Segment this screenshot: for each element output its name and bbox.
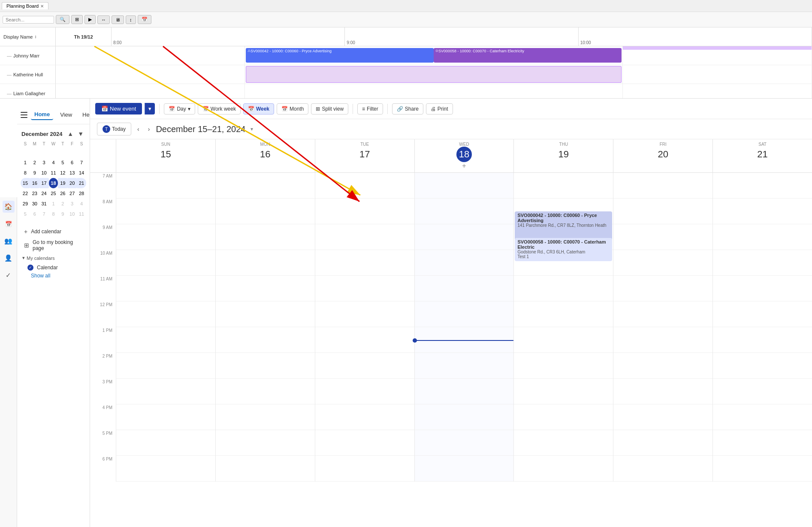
- hour-cell[interactable]: [216, 404, 315, 430]
- today-button[interactable]: T Today: [97, 123, 131, 136]
- hour-cell[interactable]: [216, 173, 315, 199]
- hour-cell[interactable]: [713, 173, 812, 199]
- hour-cell[interactable]: [415, 404, 514, 430]
- mini-cal-day[interactable]: 17: [39, 178, 49, 188]
- mini-cal-day[interactable]: 9: [30, 168, 39, 178]
- hour-cell[interactable]: [713, 456, 812, 482]
- mini-cal-day[interactable]: 1: [21, 157, 30, 168]
- hour-cell[interactable]: [216, 250, 315, 276]
- hour-cell[interactable]: [613, 379, 712, 404]
- mini-cal-day[interactable]: 15: [21, 178, 30, 188]
- view-month-btn[interactable]: 📅 Month: [277, 103, 308, 114]
- hour-cell[interactable]: [216, 379, 315, 404]
- hour-cell[interactable]: [713, 301, 812, 327]
- nav-todo-icon[interactable]: ✓: [3, 269, 15, 281]
- hour-cell[interactable]: [116, 353, 215, 379]
- mini-cal-day[interactable]: 14: [77, 168, 86, 178]
- view-split-btn[interactable]: ⊞ Split view: [311, 103, 348, 114]
- cal-date-dropdown-icon[interactable]: ▾: [251, 126, 253, 132]
- mini-cal-day[interactable]: 18: [49, 178, 58, 188]
- hour-cell[interactable]: [116, 379, 215, 404]
- mini-cal-day[interactable]: 29: [21, 199, 30, 209]
- share-btn[interactable]: 🔗 Share: [392, 103, 423, 114]
- hour-cell[interactable]: [415, 199, 514, 224]
- hour-cell[interactable]: [613, 353, 712, 379]
- mini-cal-day[interactable]: 27: [67, 188, 77, 199]
- mini-cal-day[interactable]: 22: [21, 188, 30, 199]
- hour-cell[interactable]: [116, 430, 215, 456]
- mini-cal-day[interactable]: [30, 147, 39, 157]
- hour-cell[interactable]: [514, 301, 613, 327]
- tue-num[interactable]: 17: [357, 147, 372, 162]
- hour-cell[interactable]: [713, 276, 812, 301]
- hour-cell[interactable]: [116, 327, 215, 353]
- arrows-h-button[interactable]: ↔: [97, 15, 110, 24]
- hour-cell[interactable]: [713, 224, 812, 250]
- hour-cell[interactable]: [315, 456, 414, 482]
- mini-cal-day[interactable]: 8: [49, 209, 58, 219]
- mini-cal-day[interactable]: [58, 147, 67, 157]
- view-day-btn[interactable]: 📅 Day ▾: [164, 103, 195, 114]
- mini-cal-day[interactable]: 13: [67, 168, 77, 178]
- hour-cell[interactable]: [613, 430, 712, 456]
- hour-cell[interactable]: [415, 430, 514, 456]
- play-button[interactable]: ▶: [85, 15, 96, 24]
- nav-people-icon[interactable]: 👥: [3, 235, 15, 247]
- mini-cal-day[interactable]: 19: [58, 178, 67, 188]
- mini-cal-day[interactable]: 6: [67, 157, 77, 168]
- mini-cal-day[interactable]: 4: [49, 157, 58, 168]
- hour-cell[interactable]: [116, 404, 215, 430]
- mini-cal-day[interactable]: 16: [30, 178, 39, 188]
- mini-cal-day[interactable]: 6: [30, 209, 39, 219]
- mini-cal-day[interactable]: 20: [67, 178, 77, 188]
- pb-event-2[interactable]: ⊙ SV000058 - 10000: C00070 - Caterham El…: [434, 48, 622, 63]
- hour-cell[interactable]: [613, 456, 712, 482]
- hour-cell[interactable]: [514, 379, 613, 404]
- mini-cal-day[interactable]: 2: [58, 199, 67, 209]
- mini-cal-day[interactable]: 30: [30, 199, 39, 209]
- hour-cell[interactable]: [315, 404, 414, 430]
- hour-cell[interactable]: [713, 250, 812, 276]
- hour-cell[interactable]: [116, 173, 215, 199]
- hour-cell[interactable]: [613, 224, 712, 250]
- mini-cal-day[interactable]: 28: [77, 188, 86, 199]
- hour-cell[interactable]: [613, 173, 712, 199]
- mini-cal-day[interactable]: [67, 147, 77, 157]
- hour-cell[interactable]: [116, 276, 215, 301]
- monitor-button[interactable]: 🖥: [112, 15, 124, 24]
- hour-cell[interactable]: [315, 224, 414, 250]
- hour-cell[interactable]: [613, 404, 712, 430]
- mini-cal-day[interactable]: 9: [58, 209, 67, 219]
- tab-close-icon[interactable]: ✕: [40, 4, 44, 9]
- hour-cell[interactable]: [415, 276, 514, 301]
- hour-cell[interactable]: [116, 301, 215, 327]
- mini-cal-day[interactable]: 2: [30, 157, 39, 168]
- pb-event-1[interactable]: ⚠ SV000042 - 10000: C00060 - Pryce Adver…: [246, 48, 434, 63]
- hour-cell[interactable]: [613, 276, 712, 301]
- hour-cell[interactable]: [613, 301, 712, 327]
- hour-cell[interactable]: [613, 199, 712, 224]
- hour-cell[interactable]: [216, 327, 315, 353]
- new-event-button[interactable]: 📅 New event: [95, 103, 142, 114]
- hour-cell[interactable]: [713, 199, 812, 224]
- mini-cal-day[interactable]: 11: [49, 168, 58, 178]
- hour-cell[interactable]: [315, 379, 414, 404]
- nav-home-link[interactable]: Home: [31, 109, 53, 120]
- hamburger-button[interactable]: [21, 109, 27, 121]
- nav-calendar-icon[interactable]: 📅: [3, 218, 15, 230]
- hour-cell[interactable]: [315, 276, 414, 301]
- mini-cal-day[interactable]: 24: [39, 188, 49, 199]
- hour-cell[interactable]: [216, 224, 315, 250]
- hour-cell[interactable]: [514, 456, 613, 482]
- mini-cal-day[interactable]: [39, 147, 49, 157]
- mini-cal-day[interactable]: 1: [49, 199, 58, 209]
- hour-cell[interactable]: [216, 301, 315, 327]
- hour-cell[interactable]: [514, 327, 613, 353]
- sun-num[interactable]: 15: [158, 147, 173, 162]
- hour-cell[interactable]: [713, 404, 812, 430]
- hour-cell[interactable]: [415, 250, 514, 276]
- wed-num[interactable]: 18: [456, 147, 472, 162]
- mini-cal-day[interactable]: 8: [21, 168, 30, 178]
- mini-cal-day[interactable]: [21, 147, 30, 157]
- print-btn[interactable]: 🖨 Print: [426, 103, 453, 114]
